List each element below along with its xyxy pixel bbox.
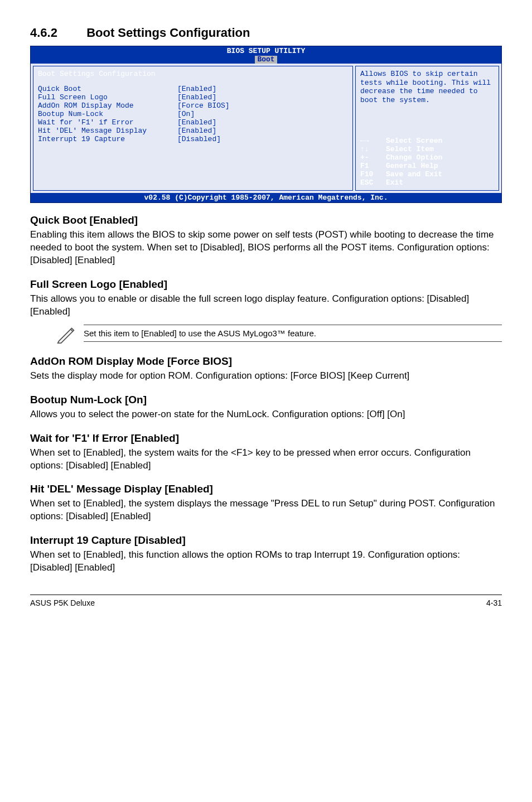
bios-key-text: Select Screen: [386, 137, 442, 145]
bios-item: Wait for 'F1' if Error[Enabled]: [38, 118, 348, 127]
bios-item: Full Screen Logo[Enabled]: [38, 93, 348, 102]
subsection-heading: Full Screen Logo [Enabled]: [30, 278, 502, 291]
bios-key-symbol: +-: [360, 153, 386, 162]
footer-right: 4-31: [486, 598, 502, 607]
subsection-body: Sets the display mode for option ROM. Co…: [30, 370, 502, 383]
subsection-body: Allows you to select the power-on state …: [30, 408, 502, 421]
bios-key-symbol: ←→: [360, 137, 386, 145]
subsection-body: This allows you to enable or disable the…: [30, 293, 502, 318]
bios-tab-boot: Boot: [255, 56, 277, 64]
bios-item-value: [On]: [177, 110, 195, 118]
bios-item-label: Wait for 'F1' if Error: [38, 118, 177, 127]
subsection-heading: Wait for 'F1' If Error [Enabled]: [30, 432, 502, 445]
subsection-heading: AddOn ROM Display Mode [Force BIOS]: [30, 355, 502, 368]
note-text: Set this item to [Enabled] to use the AS…: [84, 325, 502, 342]
bios-item-value: [Force BIOS]: [177, 102, 230, 110]
subsection-body: Enabling this item allows the BIOS to sk…: [30, 229, 502, 267]
subsection-heading: Quick Boot [Enabled]: [30, 214, 502, 226]
bios-item-label: AddOn ROM Display Mode: [38, 102, 177, 110]
bios-item-value: [Enabled]: [177, 127, 216, 135]
bios-item-value: [Enabled]: [177, 118, 216, 127]
bios-item-value: [Enabled]: [177, 93, 216, 102]
bios-right-panel: Allows BIOS to skip certain tests while …: [355, 66, 499, 191]
bios-key-symbol: F10: [360, 170, 386, 178]
note-callout: Set this item to [Enabled] to use the AS…: [56, 323, 502, 344]
subsection-body: When set to [Enabled], the system displa…: [30, 497, 502, 523]
bios-item-label: Bootup Num-Lock: [38, 110, 177, 118]
bios-footer: v02.58 (C)Copyright 1985-2007, American …: [31, 193, 501, 202]
pencil-icon: [56, 323, 77, 344]
bios-key-symbol: ESC: [360, 178, 386, 187]
bios-screenshot: BIOS SETUP UTILITY Boot Boot Settings Co…: [30, 46, 502, 203]
bios-key-text: General Help: [386, 162, 438, 170]
bios-item-value: [Disabled]: [177, 135, 221, 143]
bios-key-symbol: ↑↓: [360, 145, 386, 153]
subsection-heading: Hit 'DEL' Message Display [Enabled]: [30, 483, 502, 495]
bios-key-symbol: F1: [360, 162, 386, 170]
bios-help-text: Allows BIOS to skip certain tests while …: [360, 70, 494, 104]
subsection-heading: Interrupt 19 Capture [Disabled]: [30, 534, 502, 547]
section-number: 4.6.2: [30, 26, 83, 40]
bios-item-value: [Enabled]: [177, 85, 216, 93]
subsection-heading: Bootup Num-Lock [On]: [30, 394, 502, 406]
footer-left: ASUS P5K Deluxe: [30, 598, 95, 607]
bios-item: AddOn ROM Display Mode[Force BIOS]: [38, 102, 348, 110]
bios-item: Interrupt 19 Capture[Disabled]: [38, 135, 348, 143]
bios-key-text: Save and Exit: [386, 170, 442, 178]
subsection-body: When set to [Enabled], the system waits …: [30, 447, 502, 472]
bios-title: BIOS SETUP UTILITY: [31, 46, 501, 56]
section-heading: 4.6.2 Boot Settings Configuration: [30, 26, 502, 40]
page-footer: ASUS P5K Deluxe 4-31: [30, 595, 502, 607]
bios-item-label: Hit 'DEL' Message Display: [38, 127, 177, 135]
bios-key-text: Exit: [386, 178, 403, 187]
bios-key-text: Select Item: [386, 145, 434, 153]
subsection-body: When set to [Enabled], this function all…: [30, 549, 502, 574]
bios-panel-heading: Boot Settings Configuration: [38, 70, 348, 78]
bios-item: Quick Boot[Enabled]: [38, 85, 348, 93]
bios-key-text: Change Option: [386, 153, 442, 162]
bios-item-label: Interrupt 19 Capture: [38, 135, 177, 143]
bios-tab-row: Boot: [31, 56, 501, 64]
bios-left-panel: Boot Settings Configuration Quick Boot[E…: [33, 66, 353, 191]
bios-item-label: Full Screen Logo: [38, 93, 177, 102]
section-title: Boot Settings Configuration: [86, 26, 250, 40]
bios-item-label: Quick Boot: [38, 85, 177, 93]
bios-item: Bootup Num-Lock[On]: [38, 110, 348, 118]
bios-item: Hit 'DEL' Message Display[Enabled]: [38, 127, 348, 135]
bios-key-legend: ←→Select Screen ↑↓Select Item +-Change O…: [360, 137, 494, 187]
